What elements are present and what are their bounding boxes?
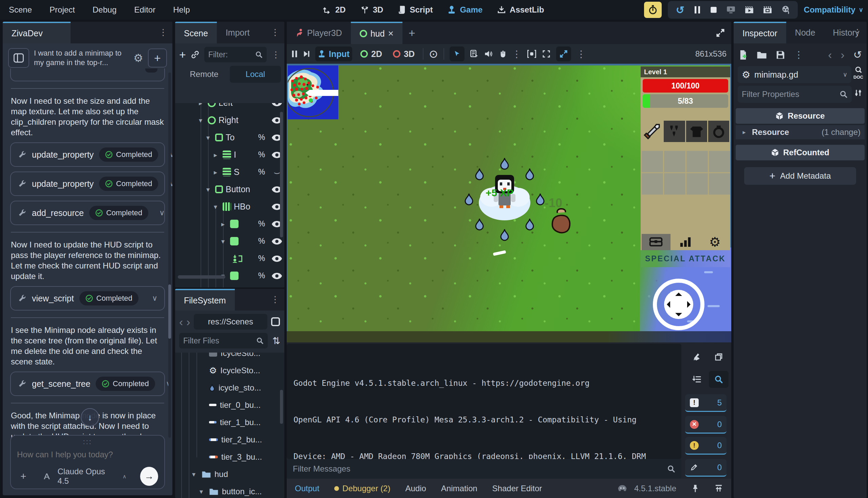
- inventory-tab-button[interactable]: [642, 234, 671, 250]
- inventory-grid[interactable]: [641, 151, 730, 195]
- remote-toggle[interactable]: Remote: [178, 66, 230, 83]
- warning-count-toggle[interactable]: !0: [685, 437, 727, 455]
- panel-menu-icon[interactable]: ⋮: [159, 27, 168, 38]
- filesystem-scrollbar[interactable]: [280, 390, 283, 424]
- file-label[interactable]: tier_2_bu...: [221, 435, 262, 444]
- workspace-game[interactable]: Game: [448, 5, 483, 15]
- movie-maker-toggle[interactable]: [644, 2, 662, 18]
- stop-icon[interactable]: [710, 6, 717, 13]
- unique-name-icon[interactable]: %: [256, 271, 267, 280]
- nav-forward-icon[interactable]: ›: [186, 315, 190, 328]
- unique-name-icon[interactable]: %: [256, 133, 267, 142]
- tool-call-card[interactable]: update_property Completed ∨: [10, 142, 165, 167]
- renderer-selector[interactable]: Compatibility ∨: [804, 5, 863, 15]
- resource-group-row[interactable]: ▸ Resource (1 change): [736, 125, 865, 139]
- visibility-eye-icon[interactable]: [269, 103, 284, 107]
- load-resource-folder-icon[interactable]: [757, 51, 767, 59]
- workspace-2d[interactable]: 2D: [323, 5, 346, 15]
- breadcrumb-path[interactable]: res://Scenes: [208, 317, 253, 326]
- menu-debug[interactable]: Debug: [84, 5, 126, 15]
- visibility-eye-icon[interactable]: [269, 238, 284, 245]
- fit-window-icon[interactable]: [542, 50, 551, 58]
- edit-count-toggle[interactable]: 0: [685, 459, 727, 477]
- equip-slot-arrows[interactable]: [664, 121, 685, 142]
- settings-tab-button[interactable]: ⚙: [700, 234, 729, 250]
- equip-slot-sword[interactable]: [642, 121, 663, 142]
- equip-slot-ring[interactable]: [708, 121, 729, 142]
- expand-icon[interactable]: ▾: [189, 470, 198, 479]
- bottom-tab-audio[interactable]: Audio: [405, 484, 426, 493]
- filter-properties-input[interactable]: [742, 90, 835, 99]
- copy-output-icon[interactable]: [709, 349, 729, 365]
- object-history-icon[interactable]: ↺: [853, 49, 862, 61]
- nav-back-icon[interactable]: ‹: [179, 315, 183, 328]
- history-back-icon[interactable]: ‹: [828, 48, 832, 61]
- output-log[interactable]: Godot Engine v4.5.1.stable.arch_linux - …: [287, 344, 681, 459]
- expand-icon[interactable]: ▸: [211, 151, 220, 159]
- tab-inspector[interactable]: Inspector: [733, 22, 786, 43]
- history-forward-icon[interactable]: ›: [841, 48, 845, 61]
- unique-name-icon[interactable]: %: [256, 150, 267, 159]
- folder-label[interactable]: hud: [215, 470, 228, 479]
- chat-input[interactable]: [17, 450, 158, 459]
- tool-call-card[interactable]: [10, 68, 165, 81]
- play-remote-icon[interactable]: [727, 6, 735, 14]
- filter-messages-input[interactable]: [293, 464, 663, 474]
- property-tools-icon[interactable]: [854, 89, 863, 97]
- tab-filesystem[interactable]: FileSystem: [175, 289, 235, 311]
- expand-icon[interactable]: ▸: [211, 168, 220, 176]
- panel-menu-icon[interactable]: ⋮: [271, 27, 280, 38]
- game-viewport[interactable]: +5 XP -10 Level 1 100/100: [287, 64, 731, 342]
- node-label[interactable]: HBo: [234, 202, 251, 211]
- node-label[interactable]: To: [226, 133, 234, 142]
- folder-label[interactable]: button_ic...: [222, 487, 261, 496]
- model-selector[interactable]: Claude Opus 4.5: [58, 467, 116, 486]
- menu-scene[interactable]: Scene: [0, 5, 41, 15]
- node-label[interactable]: Button: [226, 184, 250, 194]
- add-node-icon[interactable]: +: [179, 48, 186, 61]
- expand-bottom-panel-icon[interactable]: [714, 484, 723, 493]
- filesystem-filter-input[interactable]: [183, 336, 254, 345]
- workspace-script[interactable]: Script: [398, 5, 433, 15]
- filesystem-tree[interactable]: IcycleSto... ⚙ IcycleSto... icycle_sto..…: [175, 353, 284, 498]
- expand-icon[interactable]: ▾: [204, 134, 213, 142]
- workspace-assetlib[interactable]: AssetLib: [497, 5, 544, 15]
- drag-handle[interactable]: ······: [17, 439, 158, 445]
- menu-editor[interactable]: Editor: [126, 5, 165, 15]
- unique-name-icon[interactable]: %: [256, 168, 267, 176]
- equip-slot-armor[interactable]: [686, 121, 707, 142]
- select-list-icon[interactable]: [470, 50, 479, 58]
- node-label[interactable]: Right: [218, 115, 238, 125]
- crash-count-toggle[interactable]: ✕0: [685, 416, 727, 434]
- bottom-tab-animation[interactable]: Animation: [441, 484, 477, 493]
- tab-zivadev[interactable]: ZivaDev: [3, 22, 71, 43]
- file-label[interactable]: tier_1_bu...: [220, 418, 260, 427]
- file-label[interactable]: tier_3_bu...: [221, 452, 262, 462]
- more-options-icon[interactable]: ⋮: [512, 49, 522, 60]
- camera-override-icon[interactable]: [527, 50, 536, 58]
- bottom-tab-debugger[interactable]: Debugger (2): [334, 484, 390, 493]
- select-tool-button[interactable]: [450, 47, 464, 61]
- file-label[interactable]: icycle_sto...: [218, 383, 261, 393]
- expand-icon[interactable]: ▾: [204, 185, 213, 194]
- expand-viewport-icon[interactable]: [716, 28, 725, 38]
- 3d-mode-button[interactable]: 3D: [390, 47, 417, 61]
- node-label[interactable]: S: [234, 167, 240, 177]
- expand-icon[interactable]: ▸: [218, 220, 227, 228]
- virtual-joystick-knob[interactable]: [664, 290, 693, 319]
- bottom-tab-shader[interactable]: Shader Editor: [493, 484, 542, 493]
- unique-name-icon[interactable]: %: [256, 237, 267, 246]
- physics-glove-icon[interactable]: [498, 50, 507, 58]
- split-dock-icon[interactable]: [271, 317, 280, 326]
- audio-mute-icon[interactable]: [484, 50, 493, 58]
- play-movie-icon[interactable]: [745, 6, 754, 14]
- panel-menu-icon[interactable]: ⋮: [271, 50, 280, 60]
- chat-scrollbar[interactable]: [168, 73, 171, 438]
- local-toggle[interactable]: Local: [230, 66, 281, 83]
- 2d-mode-button[interactable]: 2D: [358, 47, 385, 61]
- tab-scene[interactable]: Scene: [175, 22, 217, 43]
- scene-filter-input[interactable]: [208, 50, 253, 59]
- scene-tree[interactable]: ▸ Left ▾ Right ▾ To % ▸ I %: [175, 103, 284, 287]
- input-mode-button[interactable]: Input: [315, 47, 352, 61]
- tool-call-card[interactable]: get_scene_tree Completed ∨: [10, 371, 165, 396]
